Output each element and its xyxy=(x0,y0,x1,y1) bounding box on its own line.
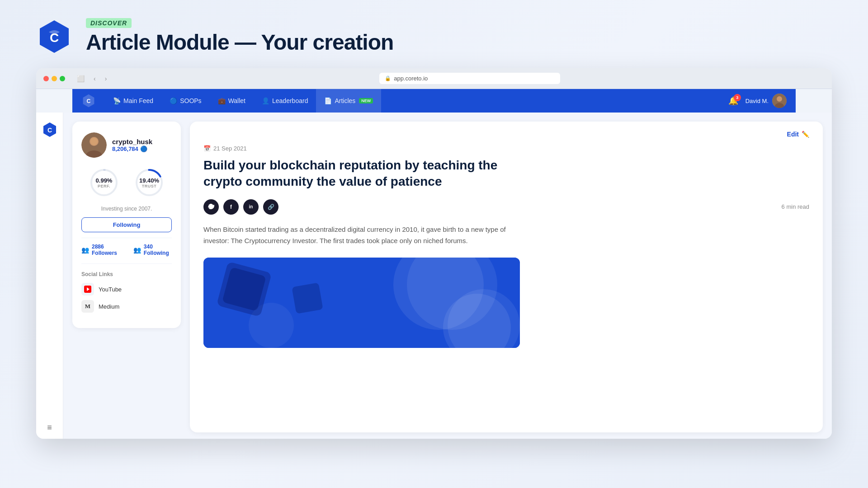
social-links-section: Social Links YouTube xyxy=(81,263,172,313)
browser-body: C 📡 Main Feed 🔵 SOOPs 💼 Wallet xyxy=(36,89,832,439)
browser-chrome: ⬜ ‹ › 🔒 app.coreto.io xyxy=(36,68,832,89)
browser-window: ⬜ ‹ › 🔒 app.coreto.io C 📡 Main xyxy=(36,68,832,439)
profile-info: crypto_husk 8,206,784 🔵 xyxy=(112,138,152,152)
top-branding: C DISCOVER Article Module — Your creatio… xyxy=(0,0,868,68)
main-feed-icon: 📡 xyxy=(113,97,121,104)
followers-icon: 👥 xyxy=(81,246,89,253)
sidebar: C ≡ xyxy=(36,113,63,439)
article-title: Build your blockchain reputation by teac… xyxy=(203,157,520,190)
svg-rect-23 xyxy=(292,282,323,314)
top-nav: C 📡 Main Feed 🔵 SOOPs 💼 Wallet xyxy=(72,89,796,113)
medium-icon: M xyxy=(81,300,94,313)
address-bar[interactable]: 🔒 app.coreto.io xyxy=(379,73,560,84)
article-date: 📅 21 Sep 2021 xyxy=(203,145,809,152)
back-icon[interactable]: ‹ xyxy=(91,74,99,83)
nav-right: 🔔 3 David M. xyxy=(728,94,787,108)
discover-badge: DISCOVER xyxy=(86,18,132,28)
browser-nav: ⬜ ‹ › xyxy=(74,74,109,83)
following-count[interactable]: 👥 340 Following xyxy=(133,244,172,256)
profile-username: crypto_husk xyxy=(112,138,152,145)
perf-value: 0.99% xyxy=(96,177,113,184)
date-text: 21 Sep 2021 xyxy=(213,145,247,152)
user-avatar xyxy=(772,94,787,108)
twitter-share-button[interactable] xyxy=(203,199,219,215)
articles-icon: 📄 xyxy=(324,97,332,104)
fullscreen-icon[interactable]: ⬜ xyxy=(74,74,87,83)
nav-item-leaderboard[interactable]: 👤 Leaderboard xyxy=(254,89,316,113)
lock-icon: 🔒 xyxy=(385,75,391,81)
edit-label: Edit xyxy=(787,131,799,138)
trust-value: 19.40% xyxy=(139,177,159,184)
minimize-button[interactable] xyxy=(52,76,57,81)
svg-text:C: C xyxy=(47,127,52,134)
branding-text: DISCOVER Article Module — Your creation xyxy=(86,18,393,55)
traffic-lights xyxy=(43,76,65,81)
sidebar-logo: C xyxy=(42,122,58,138)
linkedin-share-button[interactable]: in xyxy=(243,199,259,215)
trust-metric: 19.40% TRUST xyxy=(133,167,165,198)
coreto-logo: C xyxy=(36,19,72,55)
nav-item-wallet[interactable]: 💼 Wallet xyxy=(210,89,254,113)
article-header: Edit ✏️ xyxy=(203,131,809,138)
trust-label: TRUST xyxy=(139,184,159,188)
following-icon: 👥 xyxy=(133,246,141,253)
perf-label: PERF. xyxy=(96,184,113,188)
profile-section: crypto_husk 8,206,784 🔵 xyxy=(63,113,190,439)
metrics-row: 0.99% PERF. xyxy=(81,167,172,198)
youtube-link[interactable]: YouTube xyxy=(81,283,172,296)
share-icons: f in 🔗 xyxy=(203,199,278,215)
social-links-title: Social Links xyxy=(81,271,172,277)
nav-items: 📡 Main Feed 🔵 SOOPs 💼 Wallet 👤 Leaderboa… xyxy=(105,89,728,113)
main-area: crypto_husk 8,206,784 🔵 xyxy=(63,113,832,439)
nav-label-articles: Articles xyxy=(335,97,355,104)
copy-link-button[interactable]: 🔗 xyxy=(263,199,278,215)
user-name: David M. xyxy=(745,98,769,104)
profile-card: crypto_husk 8,206,784 🔵 xyxy=(72,122,181,328)
youtube-icon xyxy=(81,283,94,296)
article-body: When Bitcoin started trading as a decent… xyxy=(203,224,520,247)
profile-avatar xyxy=(81,132,107,158)
facebook-share-button[interactable]: f xyxy=(223,199,239,215)
youtube-text: YouTube xyxy=(99,286,122,293)
followers-count[interactable]: 👥 2886 Followers xyxy=(81,244,123,256)
nav-label-soops: SOOPs xyxy=(180,97,201,104)
followers-text: 2886 Followers xyxy=(92,244,123,256)
close-button[interactable] xyxy=(43,76,49,81)
svg-text:C: C xyxy=(87,98,91,104)
perf-circle: 0.99% PERF. xyxy=(88,167,120,198)
new-badge: NEW xyxy=(359,98,373,103)
trust-text: 19.40% TRUST xyxy=(139,177,159,188)
perf-text: 0.99% PERF. xyxy=(96,177,113,188)
top-nav-inner: C 📡 Main Feed 🔵 SOOPs 💼 Wallet xyxy=(81,89,787,113)
read-time: 6 min read xyxy=(782,203,809,210)
user-profile-button[interactable]: David M. xyxy=(745,94,787,108)
nav-item-articles[interactable]: 📄 Articles NEW xyxy=(316,89,381,113)
article-section: Edit ✏️ 📅 21 Sep 2021 Build your blockch… xyxy=(190,122,823,432)
score-icon: 🔵 xyxy=(140,145,147,152)
nav-label-main-feed: Main Feed xyxy=(123,97,153,104)
soops-icon: 🔵 xyxy=(170,97,177,104)
article-actions: f in 🔗 6 min read xyxy=(203,199,809,215)
investing-since: Investing since 2007. xyxy=(81,206,172,212)
maximize-button[interactable] xyxy=(60,76,65,81)
edit-button[interactable]: Edit ✏️ xyxy=(787,131,809,138)
medium-text: Medium xyxy=(99,303,119,310)
app-layout: C ≡ xyxy=(36,113,832,439)
article-image xyxy=(203,258,520,348)
profile-header: crypto_husk 8,206,784 🔵 xyxy=(81,132,172,158)
following-button[interactable]: Following xyxy=(81,217,172,232)
forward-icon[interactable]: › xyxy=(102,74,110,83)
nav-item-main-feed[interactable]: 📡 Main Feed xyxy=(105,89,161,113)
notification-count: 3 xyxy=(734,94,741,101)
nav-item-soops[interactable]: 🔵 SOOPs xyxy=(161,89,209,113)
profile-score: 8,206,784 🔵 xyxy=(112,145,152,152)
notifications-button[interactable]: 🔔 3 xyxy=(728,96,738,106)
perf-metric: 0.99% PERF. xyxy=(88,167,120,198)
sidebar-menu-icon[interactable]: ≡ xyxy=(47,423,52,432)
edit-icon: ✏️ xyxy=(802,131,809,138)
nav-logo: C xyxy=(81,94,96,108)
main-title: Article Module — Your creation xyxy=(86,30,393,55)
medium-link[interactable]: M Medium xyxy=(81,300,172,313)
trust-circle: 19.40% TRUST xyxy=(133,167,165,198)
following-text: 340 Following xyxy=(144,244,172,256)
